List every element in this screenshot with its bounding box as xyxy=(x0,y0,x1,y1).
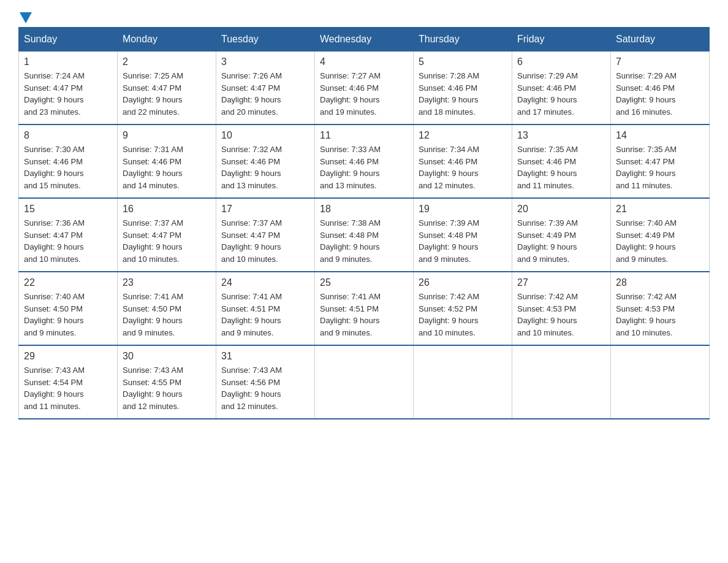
calendar-day-cell: 18 Sunrise: 7:38 AM Sunset: 4:48 PM Dayl… xyxy=(315,198,414,272)
day-number: 12 xyxy=(419,130,507,141)
calendar-day-cell: 26 Sunrise: 7:42 AM Sunset: 4:52 PM Dayl… xyxy=(414,272,512,345)
day-info: Sunrise: 7:42 AM Sunset: 4:53 PM Dayligh… xyxy=(517,291,605,339)
day-number: 20 xyxy=(517,204,605,215)
calendar-day-cell xyxy=(512,345,611,419)
day-number: 16 xyxy=(123,204,211,215)
calendar-day-cell: 31 Sunrise: 7:43 AM Sunset: 4:56 PM Dayl… xyxy=(216,345,315,419)
calendar-day-cell: 28 Sunrise: 7:42 AM Sunset: 4:53 PM Dayl… xyxy=(611,272,710,345)
day-info: Sunrise: 7:40 AM Sunset: 4:49 PM Dayligh… xyxy=(616,217,704,265)
day-number: 25 xyxy=(320,277,408,288)
calendar-day-cell xyxy=(611,345,710,419)
logo xyxy=(18,12,33,21)
calendar-day-cell: 11 Sunrise: 7:33 AM Sunset: 4:46 PM Dayl… xyxy=(315,124,414,198)
day-number: 30 xyxy=(123,351,211,362)
day-number: 26 xyxy=(419,277,507,288)
calendar-week-row: 15 Sunrise: 7:36 AM Sunset: 4:47 PM Dayl… xyxy=(19,198,710,272)
day-info: Sunrise: 7:41 AM Sunset: 4:50 PM Dayligh… xyxy=(123,291,211,339)
day-info: Sunrise: 7:37 AM Sunset: 4:47 PM Dayligh… xyxy=(123,217,211,265)
calendar-day-cell: 22 Sunrise: 7:40 AM Sunset: 4:50 PM Dayl… xyxy=(19,272,118,345)
calendar-day-cell: 17 Sunrise: 7:37 AM Sunset: 4:47 PM Dayl… xyxy=(216,198,315,272)
day-number: 7 xyxy=(616,56,704,67)
calendar-week-row: 1 Sunrise: 7:24 AM Sunset: 4:47 PM Dayli… xyxy=(19,52,710,125)
day-info: Sunrise: 7:41 AM Sunset: 4:51 PM Dayligh… xyxy=(221,291,309,339)
calendar-day-cell: 12 Sunrise: 7:34 AM Sunset: 4:46 PM Dayl… xyxy=(414,124,512,198)
day-number: 29 xyxy=(24,351,112,362)
day-number: 31 xyxy=(221,351,309,362)
calendar-day-cell: 4 Sunrise: 7:27 AM Sunset: 4:46 PM Dayli… xyxy=(315,52,414,125)
day-number: 1 xyxy=(24,56,112,67)
day-info: Sunrise: 7:39 AM Sunset: 4:49 PM Dayligh… xyxy=(517,217,605,265)
day-info: Sunrise: 7:29 AM Sunset: 4:46 PM Dayligh… xyxy=(517,70,605,118)
day-number: 21 xyxy=(616,204,704,215)
calendar-day-cell: 2 Sunrise: 7:25 AM Sunset: 4:47 PM Dayli… xyxy=(118,52,216,125)
day-info: Sunrise: 7:42 AM Sunset: 4:53 PM Dayligh… xyxy=(616,291,704,339)
day-info: Sunrise: 7:43 AM Sunset: 4:54 PM Dayligh… xyxy=(24,364,112,412)
calendar-day-cell: 23 Sunrise: 7:41 AM Sunset: 4:50 PM Dayl… xyxy=(118,272,216,345)
day-number: 17 xyxy=(221,204,309,215)
day-info: Sunrise: 7:33 AM Sunset: 4:46 PM Dayligh… xyxy=(320,144,408,191)
calendar-day-cell: 13 Sunrise: 7:35 AM Sunset: 4:46 PM Dayl… xyxy=(512,124,611,198)
day-info: Sunrise: 7:34 AM Sunset: 4:46 PM Dayligh… xyxy=(419,144,507,191)
logo-triangle-icon xyxy=(20,12,32,23)
day-info: Sunrise: 7:28 AM Sunset: 4:46 PM Dayligh… xyxy=(419,70,507,118)
day-info: Sunrise: 7:36 AM Sunset: 4:47 PM Dayligh… xyxy=(24,217,112,265)
day-info: Sunrise: 7:32 AM Sunset: 4:46 PM Dayligh… xyxy=(221,144,309,191)
day-info: Sunrise: 7:35 AM Sunset: 4:47 PM Dayligh… xyxy=(616,144,704,191)
day-number: 23 xyxy=(123,277,211,288)
day-info: Sunrise: 7:31 AM Sunset: 4:46 PM Dayligh… xyxy=(123,144,211,191)
calendar-table: SundayMondayTuesdayWednesdayThursdayFrid… xyxy=(18,27,710,419)
calendar-day-cell: 1 Sunrise: 7:24 AM Sunset: 4:47 PM Dayli… xyxy=(19,52,118,125)
day-info: Sunrise: 7:39 AM Sunset: 4:48 PM Dayligh… xyxy=(419,217,507,265)
calendar-day-cell xyxy=(315,345,414,419)
calendar-day-cell: 8 Sunrise: 7:30 AM Sunset: 4:46 PM Dayli… xyxy=(19,124,118,198)
day-number: 4 xyxy=(320,56,408,67)
weekday-header-saturday: Saturday xyxy=(611,28,710,52)
day-number: 3 xyxy=(221,56,309,67)
calendar-day-cell: 20 Sunrise: 7:39 AM Sunset: 4:49 PM Dayl… xyxy=(512,198,611,272)
day-number: 14 xyxy=(616,130,704,141)
weekday-header-wednesday: Wednesday xyxy=(315,28,414,52)
calendar-week-row: 29 Sunrise: 7:43 AM Sunset: 4:54 PM Dayl… xyxy=(19,345,710,419)
calendar-day-cell: 21 Sunrise: 7:40 AM Sunset: 4:49 PM Dayl… xyxy=(611,198,710,272)
day-info: Sunrise: 7:29 AM Sunset: 4:46 PM Dayligh… xyxy=(616,70,704,118)
day-number: 13 xyxy=(517,130,605,141)
calendar-day-cell: 29 Sunrise: 7:43 AM Sunset: 4:54 PM Dayl… xyxy=(19,345,118,419)
day-info: Sunrise: 7:41 AM Sunset: 4:51 PM Dayligh… xyxy=(320,291,408,339)
day-info: Sunrise: 7:30 AM Sunset: 4:46 PM Dayligh… xyxy=(24,144,112,191)
day-info: Sunrise: 7:27 AM Sunset: 4:46 PM Dayligh… xyxy=(320,70,408,118)
calendar-day-cell: 5 Sunrise: 7:28 AM Sunset: 4:46 PM Dayli… xyxy=(414,52,512,125)
day-info: Sunrise: 7:24 AM Sunset: 4:47 PM Dayligh… xyxy=(24,70,112,118)
day-info: Sunrise: 7:26 AM Sunset: 4:47 PM Dayligh… xyxy=(221,70,309,118)
day-number: 27 xyxy=(517,277,605,288)
calendar-day-cell: 19 Sunrise: 7:39 AM Sunset: 4:48 PM Dayl… xyxy=(414,198,512,272)
day-number: 2 xyxy=(123,56,211,67)
day-info: Sunrise: 7:42 AM Sunset: 4:52 PM Dayligh… xyxy=(419,291,507,339)
calendar-day-cell: 9 Sunrise: 7:31 AM Sunset: 4:46 PM Dayli… xyxy=(118,124,216,198)
calendar-day-cell: 3 Sunrise: 7:26 AM Sunset: 4:47 PM Dayli… xyxy=(216,52,315,125)
calendar-day-cell: 24 Sunrise: 7:41 AM Sunset: 4:51 PM Dayl… xyxy=(216,272,315,345)
day-info: Sunrise: 7:38 AM Sunset: 4:48 PM Dayligh… xyxy=(320,217,408,265)
day-number: 22 xyxy=(24,277,112,288)
page-header xyxy=(18,12,710,21)
day-info: Sunrise: 7:35 AM Sunset: 4:46 PM Dayligh… xyxy=(517,144,605,191)
day-info: Sunrise: 7:40 AM Sunset: 4:50 PM Dayligh… xyxy=(24,291,112,339)
calendar-day-cell: 25 Sunrise: 7:41 AM Sunset: 4:51 PM Dayl… xyxy=(315,272,414,345)
weekday-header-monday: Monday xyxy=(118,28,216,52)
day-number: 11 xyxy=(320,130,408,141)
weekday-header-sunday: Sunday xyxy=(19,28,118,52)
day-number: 9 xyxy=(123,130,211,141)
calendar-day-cell: 30 Sunrise: 7:43 AM Sunset: 4:55 PM Dayl… xyxy=(118,345,216,419)
calendar-day-cell: 7 Sunrise: 7:29 AM Sunset: 4:46 PM Dayli… xyxy=(611,52,710,125)
weekday-header-thursday: Thursday xyxy=(414,28,512,52)
day-info: Sunrise: 7:43 AM Sunset: 4:56 PM Dayligh… xyxy=(221,364,309,412)
calendar-day-cell: 16 Sunrise: 7:37 AM Sunset: 4:47 PM Dayl… xyxy=(118,198,216,272)
day-info: Sunrise: 7:37 AM Sunset: 4:47 PM Dayligh… xyxy=(221,217,309,265)
calendar-week-row: 8 Sunrise: 7:30 AM Sunset: 4:46 PM Dayli… xyxy=(19,124,710,198)
calendar-day-cell xyxy=(414,345,512,419)
day-number: 24 xyxy=(221,277,309,288)
day-number: 5 xyxy=(419,56,507,67)
day-number: 28 xyxy=(616,277,704,288)
day-number: 10 xyxy=(221,130,309,141)
calendar-week-row: 22 Sunrise: 7:40 AM Sunset: 4:50 PM Dayl… xyxy=(19,272,710,345)
day-info: Sunrise: 7:43 AM Sunset: 4:55 PM Dayligh… xyxy=(123,364,211,412)
